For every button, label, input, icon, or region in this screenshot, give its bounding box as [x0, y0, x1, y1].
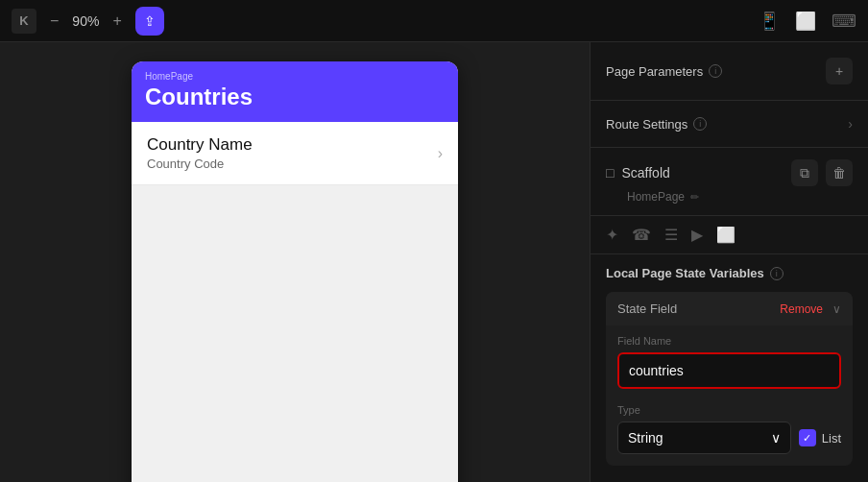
type-select-chevron-icon: ∨	[771, 430, 781, 446]
scaffold-title: Scaffold	[621, 165, 669, 181]
list-checkbox[interactable]: ✓	[799, 429, 816, 446]
zoom-plus-button[interactable]: +	[108, 11, 125, 32]
state-tool-icon[interactable]: ⬜	[716, 226, 735, 244]
page-parameters-section: Page Parameters i +	[591, 42, 868, 101]
interaction-tool-icon[interactable]: ☎	[632, 226, 651, 244]
state-field-collapse-icon[interactable]: ∨	[832, 302, 841, 316]
list-item[interactable]: Country Name Country Code ›	[132, 122, 458, 185]
scaffold-icon-toolbar: ✦ ☎ ☰ ▶ ⬜	[591, 216, 868, 254]
type-select[interactable]: String ∨	[617, 422, 791, 454]
mobile-device-icon[interactable]: 📱	[759, 11, 780, 32]
field-name-input[interactable]	[629, 363, 830, 378]
route-settings-chevron-icon[interactable]: ›	[848, 116, 853, 132]
state-field-card: State Field Remove ∨ Field Name Type	[606, 292, 853, 466]
scaffold-device-icon: □	[606, 165, 614, 181]
scaffold-page-name: HomePage	[627, 190, 685, 204]
state-field-label: State Field	[617, 301, 677, 316]
remove-field-button[interactable]: Remove	[780, 302, 823, 316]
keyboard-device-icon[interactable]: ⌨	[832, 11, 856, 32]
scaffold-edit-icon[interactable]: ✏	[690, 191, 699, 204]
data-tool-icon[interactable]: ☰	[664, 226, 678, 244]
type-label: Type	[617, 404, 841, 416]
main-area: HomePage Countries Country Name Country …	[0, 42, 868, 482]
device-selector: 📱 ⬜ ⌨	[759, 11, 856, 32]
page-parameters-label: Page Parameters	[606, 64, 703, 79]
type-section: Type String ∨ ✓ List	[606, 397, 853, 466]
page-title: Countries	[145, 84, 445, 110]
logic-tool-icon[interactable]: ▶	[691, 226, 703, 244]
field-name-input-wrapper	[617, 352, 841, 389]
app-logo[interactable]: K	[12, 9, 36, 34]
canvas-area: HomePage Countries Country Name Country …	[0, 42, 590, 482]
page-parameters-info-icon: i	[709, 64, 722, 78]
local-state-section: Local Page State Variables i State Field…	[591, 254, 868, 482]
scaffold-section: □ Scaffold ⧉ 🗑 HomePage ✏	[591, 148, 868, 216]
phone-content: Country Name Country Code ›	[132, 122, 458, 185]
route-settings-section: Route Settings i ›	[591, 101, 868, 148]
list-label: List	[822, 431, 841, 446]
home-page-label: HomePage	[145, 71, 445, 82]
zoom-minus-button[interactable]: −	[46, 11, 62, 32]
phone-preview: HomePage Countries Country Name Country …	[132, 61, 458, 482]
zoom-level: 90%	[72, 13, 99, 29]
list-item-secondary: Country Code	[147, 157, 253, 171]
right-panel: Page Parameters i + Route Settings i › □	[590, 42, 868, 482]
phone-app-header: HomePage Countries	[132, 61, 458, 122]
field-name-section: Field Name	[606, 325, 853, 397]
list-item-chevron-icon: ›	[438, 145, 443, 162]
route-settings-label: Route Settings	[606, 117, 687, 132]
scaffold-copy-button[interactable]: ⧉	[791, 159, 818, 186]
page-parameters-add-button[interactable]: +	[826, 58, 853, 84]
state-field-header: State Field Remove ∨	[606, 292, 853, 325]
list-item-primary: Country Name	[147, 135, 253, 155]
field-name-label: Field Name	[617, 335, 841, 347]
local-state-info-icon: i	[770, 267, 784, 280]
tablet-device-icon[interactable]: ⬜	[795, 11, 816, 32]
type-select-value: String	[628, 430, 663, 446]
toolbar: K − 90% + ⇪ 📱 ⬜ ⌨	[0, 0, 868, 42]
share-button[interactable]: ⇪	[135, 7, 164, 36]
route-settings-info-icon: i	[693, 117, 707, 131]
local-state-title: Local Page State Variables	[606, 266, 764, 280]
design-tool-icon[interactable]: ✦	[606, 226, 618, 244]
list-checkbox-wrapper: ✓ List	[799, 429, 841, 446]
scaffold-delete-button[interactable]: 🗑	[826, 159, 853, 186]
